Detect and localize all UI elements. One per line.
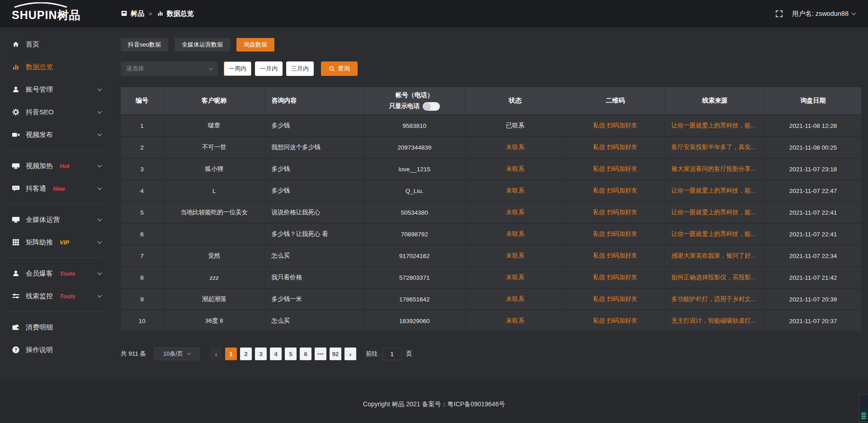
source-link[interactable]: 多功能护栏灯，适用于乡村文... bbox=[671, 296, 756, 302]
page-number-button[interactable]: 92 bbox=[330, 348, 341, 360]
sidebar-item[interactable]: 线索监控Tools bbox=[0, 285, 108, 307]
breadcrumb: 树品 > 数据总览 bbox=[121, 9, 194, 18]
tab[interactable]: 全媒体运营数据 bbox=[175, 38, 230, 52]
sidebar-item[interactable]: 会员爆客Tools bbox=[0, 262, 108, 285]
page-size-label: 10条/页 bbox=[163, 350, 183, 358]
sidebar-item[interactable]: ?操作说明 bbox=[0, 338, 108, 361]
cell-source: 被大家追着问的客厅投影分享... bbox=[665, 159, 765, 180]
table-head: 编号客户昵称咨询内容帐号（电话）只显示电话状态二维码线索来源询盘日期 bbox=[121, 87, 861, 115]
sidebar-item-badge: New bbox=[53, 185, 65, 192]
qrcode-link[interactable]: 私信 扫码加好友 bbox=[593, 144, 637, 150]
range-button[interactable]: 一月内 bbox=[255, 61, 283, 76]
sidebar-item-badge: Tools bbox=[60, 293, 75, 300]
sidebar-item[interactable]: 全媒体运营 bbox=[0, 208, 108, 231]
source-link[interactable]: 让你一眼就爱上的黑科技，能... bbox=[671, 122, 756, 129]
page-number-button[interactable]: 4 bbox=[270, 348, 282, 360]
gear-icon bbox=[12, 108, 20, 116]
chevron-down-icon bbox=[852, 11, 856, 15]
sidebar-menu: 首页数据总览账号管理抖音SEO视频发布视频加热Hot抖客通New全媒体运营矩阵助… bbox=[0, 33, 108, 361]
source-link[interactable]: 无主灯设计，智能磁吸轨道灯... bbox=[671, 317, 756, 324]
source-link[interactable]: 如何正确选择投影仪，买投影... bbox=[671, 274, 756, 281]
floating-widget[interactable] bbox=[859, 394, 868, 422]
sidebar-item[interactable]: 抖客通New bbox=[0, 177, 108, 200]
page-ellipsis-button[interactable]: ••• bbox=[315, 348, 326, 360]
qrcode-link[interactable]: 私信 扫码加好友 bbox=[593, 317, 637, 324]
goto-page-input[interactable] bbox=[382, 348, 402, 360]
cell-date: 2021-11-07 23:18 bbox=[765, 159, 861, 180]
query-button[interactable]: 查询 bbox=[321, 61, 358, 76]
table-row: 6多少钱？让我死心 看70898792未联系私信 扫码加好友让你一眼就爱上的黑科… bbox=[121, 224, 861, 245]
page-number-button[interactable]: 5 bbox=[285, 348, 297, 360]
range-button[interactable]: 三月内 bbox=[286, 61, 314, 76]
next-page-button[interactable]: › bbox=[344, 348, 356, 360]
sidebar-item-label: 抖客通 bbox=[26, 184, 46, 193]
col-date: 询盘日期 bbox=[765, 87, 861, 115]
cell-no: 6 bbox=[121, 224, 164, 245]
cell-source: 让你一眼就爱上的黑科技，能... bbox=[665, 180, 765, 202]
prev-page-button[interactable]: ‹ bbox=[210, 348, 222, 360]
qrcode-link[interactable]: 私信 扫码加好友 bbox=[593, 122, 637, 129]
table-row: 7觉然怎么买917024162未联系私信 扫码加好友感谢大家喜欢我家，被问了好.… bbox=[121, 245, 861, 267]
page-number-button[interactable]: 6 bbox=[300, 348, 311, 360]
page-number-button[interactable]: 1 bbox=[225, 348, 237, 360]
sidebar-item[interactable]: 首页 bbox=[0, 33, 108, 56]
qrcode-link[interactable]: 私信 扫码加好友 bbox=[593, 296, 637, 302]
qrcode-link[interactable]: 私信 扫码加好友 bbox=[593, 187, 637, 194]
source-link[interactable]: 让你一眼就爱上的黑科技，能... bbox=[671, 187, 756, 194]
filter-select[interactable]: 请选择 bbox=[121, 61, 218, 76]
page-number-button[interactable]: 3 bbox=[255, 348, 267, 360]
sidebar-item[interactable]: 矩阵助推VIP bbox=[0, 231, 108, 254]
breadcrumb-root[interactable]: 树品 bbox=[131, 9, 144, 18]
col-content: 咨询内容 bbox=[265, 87, 364, 115]
cell-account: Q_Liu. bbox=[364, 180, 465, 202]
prev-arrow-icon: ‹ bbox=[215, 350, 217, 358]
chevron-down-icon bbox=[187, 351, 191, 355]
col-qrcode: 二维码 bbox=[566, 87, 665, 115]
col-account-label: 帐号（电话） bbox=[369, 91, 460, 99]
col-no: 编号 bbox=[121, 87, 164, 115]
sidebar-item[interactable]: 视频发布 bbox=[0, 123, 108, 146]
sidebar-item[interactable]: 账号管理 bbox=[0, 78, 108, 101]
cell-account: love__1215 bbox=[364, 159, 465, 180]
source-link[interactable]: 客厅安装投影半年多了，真实... bbox=[671, 144, 756, 150]
tab[interactable]: 抖音seo数据 bbox=[121, 38, 168, 52]
phone-only-toggle[interactable] bbox=[423, 102, 440, 111]
qrcode-link[interactable]: 私信 扫码加好友 bbox=[593, 230, 637, 237]
app-window: SHUPIN树品 树品 > 数据总览 用户名: zswodun88 bbox=[0, 0, 868, 423]
cell-nickname: zzz bbox=[164, 267, 265, 289]
page-size-select[interactable]: 10条/页 bbox=[154, 348, 199, 360]
cell-content: 多少钱？让我死心 看 bbox=[265, 224, 364, 245]
qrcode-link[interactable]: 私信 扫码加好友 bbox=[593, 165, 637, 172]
col-status: 状态 bbox=[465, 87, 566, 115]
cell-date: 2021-11-07 22:41 bbox=[765, 224, 861, 245]
cell-date: 2021-11-08 12:28 bbox=[765, 115, 861, 137]
sidebar-item-label: 消费明细 bbox=[26, 323, 53, 332]
range-button[interactable]: 一周内 bbox=[224, 61, 251, 76]
source-link[interactable]: 让你一眼就爱上的黑科技，能... bbox=[671, 209, 756, 216]
source-link[interactable]: 感谢大家喜欢我家，被问了好... bbox=[671, 252, 756, 259]
tab[interactable]: 询盘数据 bbox=[236, 38, 274, 52]
chevron-down-icon bbox=[98, 216, 102, 221]
cell-qrcode: 私信 扫码加好友 bbox=[566, 159, 665, 180]
qrcode-link[interactable]: 私信 扫码加好友 bbox=[593, 252, 637, 259]
source-link[interactable]: 被大家追着问的客厅投影分享... bbox=[671, 165, 756, 172]
chevron-down-icon bbox=[98, 185, 102, 190]
sidebar-item[interactable]: 抖音SEO bbox=[0, 101, 108, 123]
cell-qrcode: 私信 扫码加好友 bbox=[566, 289, 665, 310]
qrcode-link[interactable]: 私信 扫码加好友 bbox=[593, 209, 637, 216]
breadcrumb-current: 数据总览 bbox=[167, 9, 194, 18]
qrcode-link[interactable]: 私信 扫码加好友 bbox=[593, 274, 637, 281]
username-label: 用户名: zswodun88 bbox=[792, 9, 849, 18]
user-menu[interactable]: 用户名: zswodun88 bbox=[792, 9, 855, 18]
question-circle-icon: ? bbox=[12, 346, 20, 354]
cell-date: 2021-11-08 00:25 bbox=[765, 137, 861, 159]
cell-nickname bbox=[164, 224, 265, 245]
page-number-button[interactable]: 2 bbox=[240, 348, 252, 360]
fullscreen-icon[interactable] bbox=[775, 10, 783, 18]
source-link[interactable]: 让你一眼就爱上的黑科技，能... bbox=[671, 230, 756, 237]
sidebar-item[interactable]: 视频加热Hot bbox=[0, 155, 108, 177]
cell-source: 如何正确选择投影仪，买投影... bbox=[665, 267, 765, 289]
tabs-row: 抖音seo数据全媒体运营数据询盘数据 bbox=[121, 38, 861, 52]
sidebar-item[interactable]: 数据总览 bbox=[0, 56, 108, 78]
sidebar-item[interactable]: 消费明细 bbox=[0, 316, 108, 338]
